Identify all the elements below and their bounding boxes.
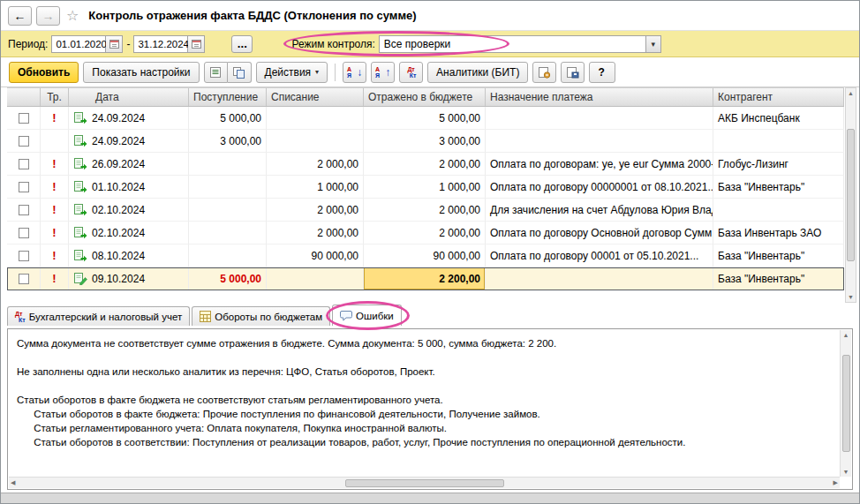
- row-checkbox[interactable]: [19, 274, 29, 284]
- cell-date: 26.09.2024: [69, 153, 189, 176]
- row-checkbox-cell[interactable]: [7, 244, 41, 267]
- table-row[interactable]: !08.10.202490 000,0090 000,00Оплата по д…: [7, 244, 844, 267]
- help-button[interactable]: ?: [589, 62, 615, 83]
- cell-contragent: [713, 130, 844, 153]
- table-row[interactable]: !02.10.20242 000,002 000,00Для зачислени…: [7, 199, 844, 222]
- scrollbar-thumb[interactable]: [345, 479, 504, 487]
- error-line: Статьи оборотов в соответствии: Поступле…: [17, 435, 831, 449]
- table-row[interactable]: !01.10.20241 000,001 000,00Оплата по дог…: [7, 176, 844, 199]
- table-row[interactable]: !09.10.20245 000,002 200,00База "Инвента…: [7, 267, 844, 290]
- error-line: Статьи оборотов в факте бюджета: Прочие …: [17, 407, 831, 421]
- debit-credit-button[interactable]: ДтКт: [399, 62, 423, 83]
- table-row[interactable]: !02.10.20242 000,002 000,00Оплата по дог…: [7, 222, 844, 244]
- analytics-bit-button[interactable]: Аналитики (БИТ): [427, 62, 528, 83]
- tab-budget-turnover[interactable]: Обороты по бюджетам: [192, 306, 330, 326]
- sort-ascending-button[interactable]: АЯ↑: [371, 62, 395, 83]
- window-bottom-edge: [1, 493, 859, 503]
- cell-purpose: Оплата по договору 00000001 от 08.10.202…: [486, 176, 713, 199]
- sort-descending-button[interactable]: АЯ↓: [343, 62, 366, 83]
- cell-income: [189, 244, 267, 267]
- output-list-button[interactable]: [204, 62, 228, 83]
- row-checkbox[interactable]: [19, 251, 29, 261]
- scroll-up-arrow-icon[interactable]: ▲: [848, 88, 854, 98]
- cell-income: [189, 153, 267, 176]
- filter-bar: Период: 01.01.2020 - 31.12.2024 ... Режи…: [1, 31, 859, 57]
- header-tr[interactable]: Тр.: [41, 88, 69, 106]
- row-checkbox[interactable]: [19, 205, 29, 215]
- scroll-down-arrow-icon[interactable]: ▼: [848, 292, 854, 302]
- refresh-button[interactable]: Обновить: [9, 62, 79, 83]
- cell-contragent: [713, 199, 844, 222]
- row-checkbox[interactable]: [19, 159, 29, 169]
- cell-date: 24.09.2024: [69, 130, 189, 153]
- row-checkbox[interactable]: [19, 136, 29, 147]
- tab-label: Ошибки: [356, 311, 394, 321]
- errors-horizontal-scrollbar[interactable]: ◀ ▶: [9, 477, 840, 488]
- row-checkbox-cell[interactable]: [7, 130, 41, 153]
- scrollbar-thumb[interactable]: [847, 129, 855, 261]
- payment-document-icon: [73, 226, 87, 239]
- row-checkbox-cell[interactable]: [7, 153, 41, 176]
- period-from-value: 01.01.2020: [56, 39, 107, 49]
- row-checkbox-cell[interactable]: [7, 267, 41, 290]
- cell-income: 5 000,00: [189, 107, 267, 130]
- actions-button[interactable]: Действия▾: [256, 62, 328, 83]
- header-date[interactable]: Дата: [69, 88, 189, 106]
- errors-vertical-scrollbar[interactable]: ▲ ▼: [840, 330, 851, 477]
- row-checkbox-cell[interactable]: [7, 176, 41, 199]
- table-row[interactable]: 24.09.20243 000,003 000,00: [7, 130, 844, 153]
- forward-button[interactable]: →: [36, 6, 60, 26]
- table-vertical-scrollbar[interactable]: ▲ ▼: [845, 87, 856, 303]
- header-purpose[interactable]: Назначение платежа: [486, 88, 713, 106]
- scroll-down-arrow-icon[interactable]: ▼: [843, 467, 849, 477]
- row-checkbox[interactable]: [19, 228, 29, 238]
- period-to-input[interactable]: 31.12.2024: [133, 35, 188, 53]
- sort-az-icon: АЯ: [375, 66, 380, 79]
- row-checkbox-cell[interactable]: [7, 222, 41, 244]
- row-checkbox-cell[interactable]: [7, 199, 41, 222]
- control-mode-group: Режим контроля: Все проверки ▾: [291, 35, 660, 53]
- row-warning-mark: !: [41, 244, 69, 267]
- row-checkbox[interactable]: [19, 182, 29, 192]
- scrollbar-thumb[interactable]: [842, 355, 850, 452]
- header-expense[interactable]: Списание: [267, 88, 364, 106]
- row-checkbox[interactable]: [19, 113, 29, 124]
- error-line: Сумма документа не соответствует сумме о…: [17, 336, 831, 350]
- period-from-input[interactable]: 01.01.2020: [51, 35, 106, 53]
- save-settings-button[interactable]: [561, 62, 585, 83]
- debit-credit-icon: ДтКт: [15, 311, 26, 323]
- copy-list-button[interactable]: [228, 62, 252, 83]
- report-settings-button[interactable]: [532, 62, 556, 83]
- document-edited-icon: [73, 272, 87, 285]
- header-contragent[interactable]: Контрагент: [713, 88, 844, 106]
- control-mode-dropdown-button[interactable]: ▾: [645, 36, 660, 52]
- control-mode-input[interactable]: Все проверки ▾: [379, 35, 661, 53]
- header-select-column[interactable]: [7, 88, 41, 106]
- chevron-down-icon: ▾: [315, 68, 319, 76]
- sort-down-arrow-icon: ↓: [357, 66, 362, 79]
- error-line: [17, 350, 831, 365]
- payment-document-icon: [73, 203, 87, 216]
- cell-purpose: Для зачисления на счет Абдулова Юрия Вла…: [486, 199, 713, 222]
- row-checkbox-cell[interactable]: [7, 107, 41, 130]
- table-row[interactable]: !24.09.20245 000,005 000,00АКБ Инспецбан…: [7, 107, 844, 130]
- back-button[interactable]: ←: [8, 6, 32, 26]
- tab-errors[interactable]: Ошибки: [332, 305, 402, 326]
- period-dash: -: [126, 38, 130, 50]
- payments-table: Тр. Дата Поступление Списание Отражено в…: [7, 87, 844, 290]
- sort-up-arrow-icon: ↑: [385, 66, 390, 79]
- scroll-right-arrow-icon[interactable]: ▶: [834, 479, 838, 486]
- cell-date: 08.10.2024: [69, 244, 189, 267]
- period-to-value: 31.12.2024: [138, 39, 189, 49]
- show-settings-button[interactable]: Показать настройки: [83, 62, 199, 83]
- period-more-button[interactable]: ...: [231, 35, 253, 53]
- calendar-button[interactable]: [188, 35, 205, 53]
- favorite-star-icon[interactable]: ☆: [66, 7, 79, 24]
- header-budget[interactable]: Отражено в бюджете: [364, 88, 486, 106]
- table-row[interactable]: !26.09.20242 000,002 000,00Оплата по дог…: [7, 153, 844, 176]
- scroll-up-arrow-icon[interactable]: ▲: [843, 330, 849, 340]
- calendar-button[interactable]: [106, 35, 123, 53]
- header-income[interactable]: Поступление: [189, 88, 267, 106]
- scroll-left-arrow-icon[interactable]: ◀: [11, 479, 15, 486]
- tab-accounting[interactable]: ДтКт Бухгалтерский и налоговый учет: [7, 306, 190, 326]
